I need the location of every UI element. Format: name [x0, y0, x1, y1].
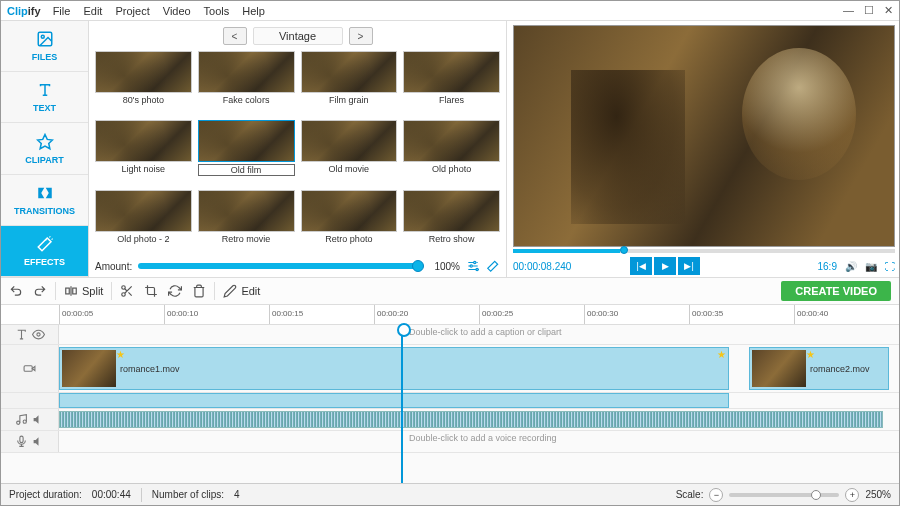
menu-help[interactable]: Help	[242, 5, 265, 17]
zoom-value: 250%	[865, 489, 891, 500]
menu-video[interactable]: Video	[163, 5, 191, 17]
amount-label: Amount:	[95, 261, 132, 272]
effect-item[interactable]: Old photo - 2	[95, 190, 192, 255]
prev-frame-button[interactable]: |◀	[630, 257, 652, 275]
snapshot-icon[interactable]: 📷	[865, 261, 877, 272]
effect-item[interactable]: Fake colors	[198, 51, 295, 116]
effect-item[interactable]: Old photo	[403, 120, 500, 187]
svg-rect-11	[24, 366, 32, 371]
svg-marker-2	[37, 134, 52, 148]
menu-tools[interactable]: Tools	[204, 5, 230, 17]
video-clip[interactable]: ★romance2.mov	[749, 347, 889, 390]
svg-point-9	[122, 293, 126, 297]
edit-button[interactable]: Edit	[223, 284, 260, 298]
next-frame-button[interactable]: ▶|	[678, 257, 700, 275]
menu-edit[interactable]: Edit	[83, 5, 102, 17]
effect-item[interactable]: Light noise	[95, 120, 192, 187]
zoom-slider[interactable]	[729, 493, 839, 497]
wand-icon[interactable]	[486, 259, 500, 273]
redo-icon[interactable]	[33, 284, 47, 298]
edit-label: Edit	[241, 285, 260, 297]
amount-row: Amount: 100%	[95, 255, 500, 273]
svg-point-5	[476, 268, 478, 270]
aspect-ratio[interactable]: 16:9	[818, 261, 837, 272]
preview-controls: 00:00:08.240 |◀ ▶ ▶| 16:9 🔊 📷 ⛶	[513, 255, 895, 277]
text-track-hint: Double-click to add a caption or clipart	[409, 327, 562, 337]
sidebar-item-transitions[interactable]: TRANSITIONS	[1, 175, 88, 226]
svg-point-13	[23, 420, 26, 423]
zoom-out-button[interactable]: −	[709, 488, 723, 502]
speaker-icon[interactable]	[32, 413, 45, 426]
effect-item[interactable]: Retro photo	[301, 190, 398, 255]
play-button[interactable]: ▶	[654, 257, 676, 275]
camera-icon	[23, 362, 36, 375]
text-track-icon	[15, 328, 28, 341]
image-icon	[36, 30, 54, 48]
svg-point-10	[36, 333, 39, 336]
effects-grid: 80's photo Fake colors Film grain Flares…	[95, 51, 500, 255]
sliders-icon[interactable]	[466, 259, 480, 273]
menu-project[interactable]: Project	[115, 5, 149, 17]
mic-icon	[15, 435, 28, 448]
music-icon	[15, 413, 28, 426]
amount-value: 100%	[426, 261, 460, 272]
time-ruler[interactable]: 00:00:0500:00:10 00:00:1500:00:20 00:00:…	[1, 305, 899, 325]
category-title[interactable]: Vintage	[253, 27, 343, 45]
effects-gallery: < Vintage > 80's photo Fake colors Film …	[89, 21, 507, 277]
sidebar-label: CLIPART	[25, 155, 63, 165]
video-track[interactable]: ★romance1.mov★ 2.0 ★romance2.mov	[1, 345, 899, 393]
scale-label: Scale:	[676, 489, 704, 500]
effect-item-selected[interactable]: Old film	[198, 120, 295, 187]
effect-item[interactable]: Retro show	[403, 190, 500, 255]
transition-track[interactable]	[1, 393, 899, 409]
cut-icon[interactable]	[120, 284, 134, 298]
audio-clip[interactable]	[59, 411, 883, 428]
video-clip[interactable]: ★romance1.mov★ 2.0	[59, 347, 729, 390]
timecode: 00:00:08.240	[513, 261, 571, 272]
volume-icon[interactable]: 🔊	[845, 261, 857, 272]
crop-icon[interactable]	[144, 284, 158, 298]
pencil-icon	[223, 284, 237, 298]
preview-progress[interactable]	[513, 249, 895, 253]
fullscreen-icon[interactable]: ⛶	[885, 261, 895, 272]
menu-bar: File Edit Project Video Tools Help	[53, 5, 275, 17]
eye-icon[interactable]	[32, 328, 45, 341]
app-logo: Clipify	[7, 5, 41, 17]
create-video-button[interactable]: CREATE VIDEO	[781, 281, 891, 301]
sidebar-label: TRANSITIONS	[14, 206, 75, 216]
sidebar-item-effects[interactable]: EFFECTS	[1, 226, 88, 277]
undo-icon[interactable]	[9, 284, 23, 298]
next-category-button[interactable]: >	[349, 27, 373, 45]
amount-slider[interactable]	[138, 263, 420, 269]
text-icon	[36, 81, 54, 99]
split-icon	[64, 284, 78, 298]
audio-track[interactable]	[1, 409, 899, 431]
preview-frame[interactable]	[513, 25, 895, 247]
effect-item[interactable]: Flares	[403, 51, 500, 116]
rotate-icon[interactable]	[168, 284, 182, 298]
effect-item[interactable]: 80's photo	[95, 51, 192, 116]
svg-rect-14	[19, 436, 22, 443]
menu-file[interactable]: File	[53, 5, 71, 17]
clip-name: romance1.mov	[120, 364, 180, 374]
minimize-icon[interactable]: —	[843, 4, 854, 17]
svg-rect-7	[73, 288, 77, 294]
close-icon[interactable]: ✕	[884, 4, 893, 17]
sidebar-item-files[interactable]: FILES	[1, 21, 88, 72]
split-button[interactable]: Split	[64, 284, 103, 298]
sidebar: FILES TEXT CLIPART TRANSITIONS EFFECTS	[1, 21, 89, 277]
effect-item[interactable]: Retro movie	[198, 190, 295, 255]
effect-item[interactable]: Old movie	[301, 120, 398, 187]
voice-track[interactable]: Double-click to add a voice recording	[1, 431, 899, 453]
maximize-icon[interactable]: ☐	[864, 4, 874, 17]
effect-item[interactable]: Film grain	[301, 51, 398, 116]
zoom-in-button[interactable]: +	[845, 488, 859, 502]
prev-category-button[interactable]: <	[223, 27, 247, 45]
text-track[interactable]: Double-click to add a caption or clipart	[1, 325, 899, 345]
sidebar-item-text[interactable]: TEXT	[1, 72, 88, 123]
sidebar-item-clipart[interactable]: CLIPART	[1, 123, 88, 174]
trash-icon[interactable]	[192, 284, 206, 298]
transition-clip[interactable]	[59, 393, 729, 408]
speaker-icon[interactable]	[32, 435, 45, 448]
svg-point-3	[474, 261, 476, 263]
